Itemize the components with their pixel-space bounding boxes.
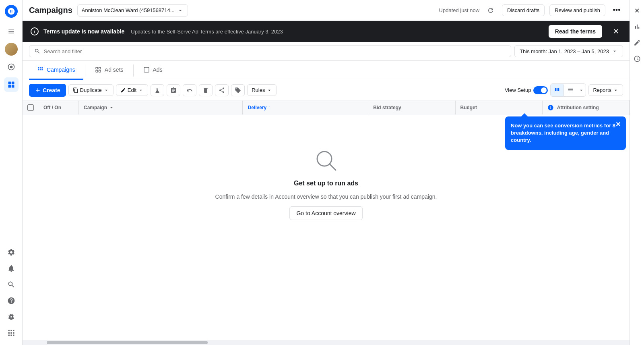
test-button[interactable]	[151, 84, 164, 96]
duplicate-icon	[73, 87, 78, 93]
tooltip-close-button[interactable]: ✕	[613, 120, 623, 129]
edit-button[interactable]: Edit	[116, 84, 148, 96]
pencil-right-icon[interactable]	[632, 37, 643, 48]
activity-icon[interactable]	[4, 60, 19, 74]
svg-rect-8	[96, 70, 98, 72]
account-name: Anniston McClean Ward (4591568714...	[82, 7, 175, 13]
tab-bar: Campaigns Ad sets Ads	[23, 61, 630, 80]
account-selector[interactable]: Anniston McClean Ward (4591568714...	[77, 4, 188, 17]
edit-dropdown-icon	[138, 87, 144, 93]
grid-view-icon[interactable]	[4, 326, 19, 340]
create-button[interactable]: Create	[29, 84, 66, 97]
banner-text: Updates to the Self-Serve Ad Terms are e…	[131, 29, 283, 35]
user-avatar[interactable]	[4, 42, 19, 56]
ads-tab-icon	[143, 67, 150, 73]
checkbox-all[interactable]	[27, 104, 34, 111]
list-view-button[interactable]	[564, 84, 577, 96]
search-input[interactable]	[44, 48, 506, 54]
tab-campaigns[interactable]: Campaigns	[29, 61, 83, 80]
page-title: Campaigns	[29, 6, 72, 15]
right-sidebar: ✕	[630, 0, 644, 345]
select-all-checkbox[interactable]	[23, 100, 39, 115]
tab-adsets-label: Ad sets	[105, 67, 124, 73]
action-toolbar: Create Duplicate Edit	[23, 80, 630, 100]
svg-rect-9	[99, 70, 101, 72]
help-icon[interactable]	[4, 293, 19, 308]
more-options-button[interactable]: •••	[610, 4, 623, 17]
campaign-sort-icon	[109, 105, 114, 110]
dropdown-arrow-icon	[103, 87, 109, 93]
column-delivery[interactable]: Delivery ↑	[243, 101, 368, 114]
refresh-button[interactable]	[484, 4, 497, 17]
copy-icon	[170, 87, 177, 94]
date-range-label: This month: Jan 1, 2023 – Jan 5, 2023	[520, 48, 609, 54]
date-range-picker[interactable]: This month: Jan 1, 2023 – Jan 5, 2023	[514, 45, 623, 57]
campaign-tab-icon	[37, 67, 43, 73]
svg-rect-4	[8, 85, 11, 88]
settings-icon[interactable]	[4, 245, 19, 260]
tab-adsets[interactable]: Ad sets	[87, 61, 132, 80]
undo-button[interactable]	[183, 84, 196, 96]
flask-icon	[154, 87, 161, 94]
delete-button[interactable]	[199, 84, 213, 96]
duplicate-button[interactable]: Duplicate	[68, 84, 114, 96]
reports-button[interactable]: Reports	[588, 84, 623, 96]
go-account-button[interactable]: Go to Account overview	[289, 206, 362, 220]
column-view-button[interactable]	[551, 84, 564, 96]
clock-right-icon[interactable]	[632, 53, 643, 64]
table-container: Off / On Campaign Delivery ↑ Bid strateg…	[23, 100, 630, 340]
bar-chart-icon[interactable]	[632, 21, 643, 32]
table-header: Off / On Campaign Delivery ↑ Bid strateg…	[23, 100, 630, 115]
share-button[interactable]	[215, 84, 229, 96]
svg-rect-3	[11, 82, 14, 85]
share-icon	[219, 87, 225, 94]
tab-ads[interactable]: Ads	[135, 61, 171, 80]
view-setup-toggle[interactable]	[533, 86, 548, 94]
search-sidebar-icon[interactable]	[4, 277, 19, 292]
plus-icon	[35, 87, 41, 94]
search-toolbar: This month: Jan 1, 2023 – Jan 5, 2023	[23, 42, 630, 61]
column-budget: Budget	[456, 101, 543, 114]
close-panel-button[interactable]: ✕	[632, 5, 643, 16]
copy-button[interactable]	[167, 84, 180, 96]
view-toggle-group	[550, 83, 586, 97]
scroll-thumb[interactable]	[47, 341, 208, 344]
empty-subtitle: Confirm a few details in Account overvie…	[215, 193, 437, 200]
bell-icon[interactable]	[4, 261, 19, 276]
sidebar-bottom-icons	[4, 245, 19, 340]
column-attribution: Attribution setting ✕ Now you can see co…	[543, 100, 630, 115]
terms-banner: i Terms update is now available Updates …	[23, 21, 630, 42]
info-icon: i	[31, 27, 39, 35]
column-bid-strategy: Bid strategy	[368, 101, 455, 114]
empty-search-icon	[313, 148, 339, 173]
columns-icon	[554, 86, 560, 93]
empty-title: Get set up to run ads	[294, 180, 358, 187]
rules-dropdown-icon	[266, 87, 272, 93]
reports-dropdown-icon	[613, 87, 619, 93]
tab-campaigns-label: Campaigns	[47, 67, 75, 73]
tooltip-text: Now you can see conversion metrics for 8…	[511, 123, 615, 143]
menu-icon[interactable]	[4, 24, 19, 39]
main-content: Campaigns Anniston McClean Ward (4591568…	[23, 0, 630, 345]
search-bar[interactable]	[29, 45, 511, 57]
review-publish-button[interactable]: Review and publish	[549, 4, 605, 16]
discard-drafts-button[interactable]: Discard drafts	[502, 4, 545, 16]
trash-icon	[202, 87, 209, 94]
attribution-tooltip: ✕ Now you can see conversion metrics for…	[505, 116, 626, 150]
list-icon	[567, 86, 574, 93]
read-terms-button[interactable]: Read the terms	[549, 25, 602, 38]
tag-button[interactable]	[231, 84, 245, 96]
svg-rect-7	[99, 67, 101, 69]
adset-tab-icon	[95, 67, 101, 73]
info-icon	[547, 104, 554, 111]
bug-icon[interactable]	[4, 310, 19, 324]
view-dropdown-icon[interactable]	[578, 87, 584, 93]
undo-icon	[186, 87, 193, 94]
svg-point-1	[10, 66, 12, 69]
rules-button[interactable]: Rules	[247, 84, 277, 96]
horizontal-scrollbar[interactable]	[23, 340, 630, 345]
banner-close-button[interactable]: ✕	[610, 26, 621, 37]
meta-logo	[5, 5, 18, 18]
campaign-grid-icon[interactable]	[4, 77, 19, 92]
svg-rect-6	[96, 67, 98, 69]
